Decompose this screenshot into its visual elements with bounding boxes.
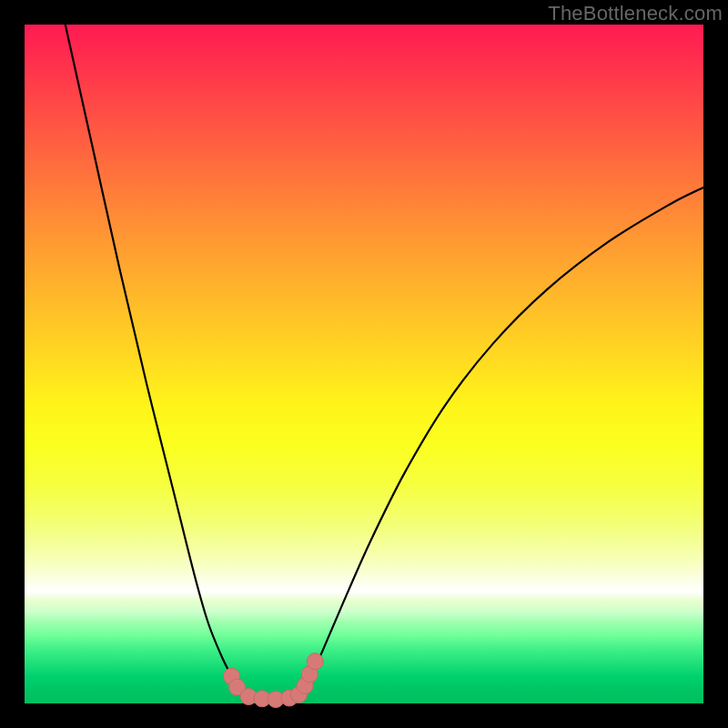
curve-layer bbox=[25, 25, 703, 703]
valley-marker bbox=[307, 653, 323, 670]
outer-frame: TheBottleneck.com bbox=[0, 0, 728, 728]
watermark-text: TheBottleneck.com bbox=[548, 2, 723, 25]
curve-left-branch bbox=[66, 25, 251, 697]
valley-markers bbox=[224, 653, 324, 708]
curve-right-branch bbox=[296, 187, 703, 697]
